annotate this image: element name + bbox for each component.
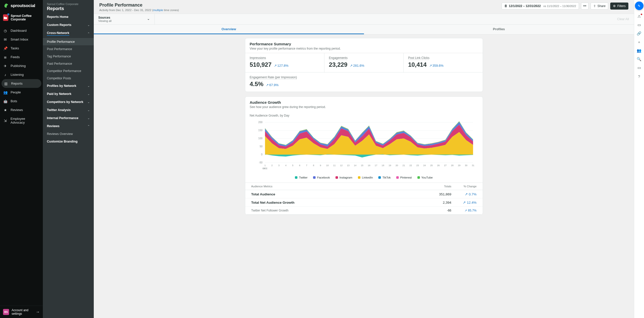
- nav-publishing[interactable]: ✈Publishing: [0, 61, 43, 70]
- subnav-customize-branding[interactable]: Customize Branding: [43, 137, 94, 146]
- nav-items: ◷Dashboard✉Smart Inbox📌Tasks≣Feeds✈Publi…: [0, 26, 43, 306]
- subnav-reviews-overview[interactable]: Reviews Overview: [43, 130, 94, 137]
- legend-pinterest[interactable]: Pinterest: [396, 176, 412, 179]
- legend-twitter[interactable]: Twitter: [295, 176, 308, 179]
- subnav-paid-performance[interactable]: Paid Performance: [43, 60, 94, 67]
- legend-linkedin[interactable]: LinkedIn: [358, 176, 373, 179]
- note-icon: ▭: [637, 23, 641, 27]
- more-menu-button[interactable]: •••: [581, 3, 589, 10]
- alert-icon: ⚠: [637, 14, 641, 19]
- tab-overview[interactable]: Overview: [94, 25, 364, 34]
- legend-tiktok[interactable]: TikTok: [378, 176, 391, 179]
- brand-logo[interactable]: sproutsocial: [0, 0, 43, 12]
- tab-profiles[interactable]: Profiles: [364, 25, 634, 34]
- subnav-cross-network[interactable]: Cross-Network⌃: [43, 29, 94, 38]
- sources-dropdown[interactable]: Sources Viewing all: [94, 14, 155, 24]
- publishing-icon: ✈: [3, 64, 8, 68]
- subnav-twitter-analysis[interactable]: Twitter Analysis⌄: [43, 106, 94, 114]
- alerts-button[interactable]: ⚠: [635, 13, 643, 20]
- subnav-competitor-performance[interactable]: Competitor Performance: [43, 67, 94, 75]
- help-button[interactable]: ?: [635, 73, 643, 80]
- svg-text:6: 6: [299, 164, 300, 167]
- content-scroll[interactable]: Performance Summary View your key profil…: [94, 34, 634, 318]
- chevron-down-icon: ⌄: [87, 109, 90, 112]
- clear-all-button[interactable]: Clear All: [617, 17, 629, 21]
- card-button[interactable]: ▭: [635, 64, 643, 72]
- subnav-reviews[interactable]: Reviews⌃: [43, 122, 94, 130]
- workspace-switcher[interactable]: Sprout Coffee Corporate: [0, 12, 43, 24]
- subnav-reports-home[interactable]: Reports Home: [43, 13, 94, 21]
- summary-desc: View your key profile performance metric…: [250, 47, 478, 50]
- nav-reports[interactable]: ▥Reports: [2, 79, 41, 88]
- subnav-paid-by-network[interactable]: Paid by Network⌄: [43, 90, 94, 98]
- ellipsis-icon: •••: [583, 4, 587, 8]
- nav-employee-advocacy[interactable]: ⇲Employee Advocacy: [0, 114, 43, 127]
- search-button[interactable]: 🔍: [635, 55, 643, 63]
- subnav-post-performance[interactable]: Post Performance: [43, 45, 94, 53]
- subnav-profiles-by-network[interactable]: Profiles by Network⌄: [43, 82, 94, 90]
- subnav-org: Sprout Coffee Corporate: [47, 3, 90, 6]
- brand-name: sproutsocial: [11, 3, 35, 8]
- subnav-internal-performance[interactable]: Internal Performance⌄: [43, 114, 94, 122]
- date-range-picker[interactable]: 🗓 12/1/2022 – 12/31/2022 vs 11/1/2022 – …: [502, 3, 579, 10]
- subnav-profile-performance[interactable]: Profile Performance: [43, 38, 94, 45]
- legend-youtube[interactable]: YouTube: [417, 176, 433, 179]
- notes-button[interactable]: ▭: [635, 21, 643, 29]
- listening-icon: ♪: [3, 73, 8, 77]
- svg-text:9: 9: [320, 164, 321, 167]
- nav-feeds[interactable]: ≣Feeds: [0, 53, 43, 61]
- timezone-link[interactable]: multiple: [153, 9, 163, 12]
- legend-facebook[interactable]: Facebook: [313, 176, 330, 179]
- svg-text:15: 15: [361, 164, 363, 167]
- subnav-competitors-by-network[interactable]: Competitors by Network⌄: [43, 98, 94, 106]
- nav-label: Dashboard: [11, 29, 27, 32]
- share-icon: ⇧: [593, 4, 596, 8]
- account-settings[interactable]: BS Account and settings →: [0, 306, 43, 318]
- nav-reviews[interactable]: ★Reviews: [0, 105, 43, 114]
- help-icon: ?: [638, 74, 640, 79]
- share-button[interactable]: ⇧Share: [591, 3, 608, 10]
- subnav-competitor-posts[interactable]: Competitor Posts: [43, 75, 94, 82]
- nav-dashboard[interactable]: ◷Dashboard: [0, 26, 43, 35]
- people-button[interactable]: 👥: [635, 47, 643, 54]
- reports-subnav: Sprout Coffee Corporate Reports Reports …: [43, 0, 94, 318]
- svg-text:11: 11: [333, 164, 335, 167]
- svg-text:28: 28: [451, 164, 453, 167]
- chevron-down-icon: [147, 17, 150, 21]
- audience-desc: See how your audience grew during the re…: [250, 105, 478, 109]
- nav-people[interactable]: 👥People: [0, 88, 43, 97]
- nav-bots[interactable]: 🤖Bots: [0, 97, 43, 105]
- performance-summary-card: Performance Summary View your key profil…: [245, 38, 483, 92]
- card-icon: ▭: [637, 65, 641, 70]
- subnav-header: Sprout Coffee Corporate Reports: [43, 0, 94, 13]
- sources-bar: Sources Viewing all Clear All: [94, 14, 634, 25]
- legend-dot: [417, 176, 420, 179]
- add-button[interactable]: ＋: [635, 38, 643, 46]
- svg-text:2: 2: [271, 164, 272, 167]
- filters-button[interactable]: ⚙Filters: [610, 3, 628, 10]
- subnav-tag-performance[interactable]: Tag Performance: [43, 53, 94, 60]
- audience-growth-card: Audience Growth See how your audience gr…: [245, 96, 483, 215]
- arrow-right-icon: →: [36, 310, 40, 314]
- workspace-icon: [3, 14, 8, 21]
- link-button[interactable]: 🔗: [635, 30, 643, 37]
- summary-title: Performance Summary: [250, 42, 478, 46]
- sprout-leaf-icon: [4, 3, 9, 9]
- nav-listening[interactable]: ♪Listening: [0, 70, 43, 79]
- subnav-custom-reports[interactable]: Custom Reports⌄: [43, 21, 94, 29]
- link-icon: 🔗: [637, 31, 641, 36]
- legend-instagram[interactable]: Instagram: [335, 176, 352, 179]
- workspace-name: Sprout Coffee Corporate: [11, 14, 40, 21]
- alert-badge: [641, 14, 642, 15]
- account-settings-label: Account and settings: [12, 308, 36, 315]
- plus-icon: ＋: [637, 40, 641, 45]
- people-icon: 👥: [3, 90, 8, 94]
- compose-button[interactable]: ✎: [635, 2, 643, 10]
- svg-text:17: 17: [375, 164, 377, 167]
- nav-tasks[interactable]: 📌Tasks: [0, 44, 43, 53]
- svg-text:8: 8: [313, 164, 314, 167]
- chart-title: Net Audience Growth, by Day: [245, 111, 483, 117]
- chevron-up-icon: ⌃: [87, 32, 90, 35]
- svg-text:DEC: DEC: [262, 167, 267, 170]
- nav-smart-inbox[interactable]: ✉Smart Inbox: [0, 35, 43, 44]
